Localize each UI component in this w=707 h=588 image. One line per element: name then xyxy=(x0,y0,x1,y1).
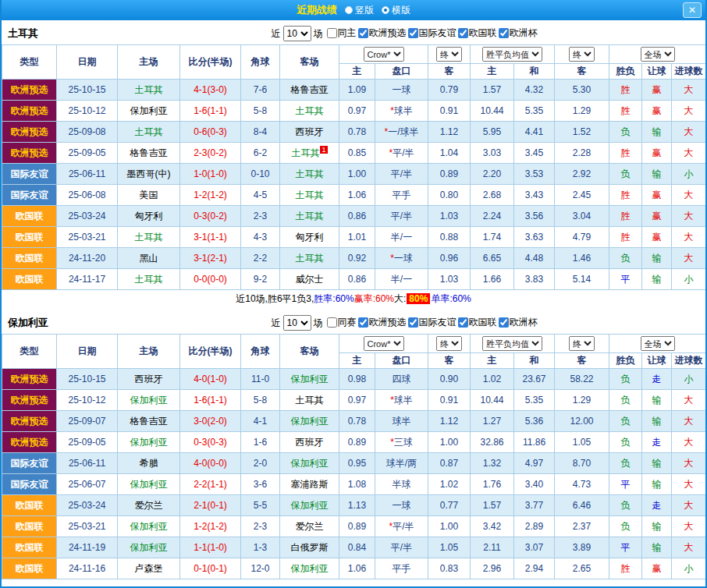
matches-table: 类型 日期 主场 比分(半场) 角球 客场 Crow* 终 胜平负均值 终 全场… xyxy=(2,44,706,290)
checkbox-input[interactable] xyxy=(499,317,509,328)
eu-away-odds: 2.28 xyxy=(555,143,609,164)
score: 3-0(2-0) xyxy=(180,411,241,432)
score: 1-6(1-1) xyxy=(180,101,241,122)
eu-away-odds: 1.29 xyxy=(555,390,609,411)
home-odds: 1.06 xyxy=(339,558,375,579)
checkbox-input[interactable] xyxy=(408,317,418,328)
checkbox-input[interactable] xyxy=(358,317,368,328)
layout-radio-option[interactable]: 横版 xyxy=(382,4,410,17)
filter-checkbox-1[interactable]: 欧洲预选 xyxy=(358,316,407,329)
home-team: 保加利亚 xyxy=(118,516,180,537)
checkbox-input[interactable] xyxy=(458,317,468,328)
filter-checkboxes: 同赛欧洲预选国际友谊欧国联欧洲杯 xyxy=(325,316,538,330)
filter-checkboxes: 同主欧洲预选国际友谊欧国联欧洲杯 xyxy=(325,27,538,41)
company-select[interactable]: Crow* xyxy=(364,336,404,351)
checkbox-input[interactable] xyxy=(327,28,337,38)
final-odds-select[interactable]: 终 xyxy=(436,47,462,62)
filter-checkbox-0[interactable]: 同赛 xyxy=(327,316,357,329)
checkbox-input[interactable] xyxy=(327,317,337,328)
avg-select[interactable]: 胜平负均值 xyxy=(482,336,542,351)
red-card-badge: 1 xyxy=(320,146,327,154)
eu-home-odds: 6.65 xyxy=(471,248,514,269)
scope-select[interactable]: 全场 xyxy=(641,336,675,351)
away-team: 土耳其 xyxy=(280,164,339,185)
checkbox-input[interactable] xyxy=(358,28,368,38)
filter-checkbox-2[interactable]: 国际友谊 xyxy=(408,316,457,329)
final-eu-select[interactable]: 终 xyxy=(569,336,595,351)
close-icon[interactable]: ✕ xyxy=(683,2,702,18)
titlebar: 近期战绩 竖版横版 ✕ xyxy=(2,0,705,20)
summary-segment: 近10场,胜6平1负3, xyxy=(236,292,314,306)
home-team: 保加利亚 xyxy=(118,101,180,122)
col-eu-away: 客 xyxy=(555,353,609,369)
score: 0-0(0-0) xyxy=(180,269,241,290)
match-row: 欧洲预选25-09-07格鲁吉亚3-0(2-0)4-1保加利亚0.78球半1.1… xyxy=(2,411,706,432)
final-odds-select[interactable]: 终 xyxy=(436,336,462,351)
away-team: 土耳其1 xyxy=(280,143,339,164)
eu-draw-odds: 23.67 xyxy=(514,369,555,390)
league-type: 欧洲预选 xyxy=(2,411,57,432)
match-date: 25-06-07 xyxy=(57,474,118,495)
away-give-star: * xyxy=(389,147,393,158)
eu-home-odds: 32.86 xyxy=(471,432,514,453)
match-date: 25-03-21 xyxy=(57,227,118,248)
checkbox-input[interactable] xyxy=(499,28,509,38)
filter-checkbox-2[interactable]: 国际友谊 xyxy=(408,27,457,40)
filter-checkbox-3[interactable]: 欧国联 xyxy=(458,27,497,40)
final-eu-select[interactable]: 终 xyxy=(569,47,595,62)
result: 负 xyxy=(609,248,642,269)
eu-away-odds: 1.52 xyxy=(555,122,609,143)
summary-segment: 大: xyxy=(394,292,406,306)
away-team: 土耳其 xyxy=(280,390,339,411)
handicap-result: 输 xyxy=(642,516,672,537)
filter-checkbox-3[interactable]: 欧国联 xyxy=(458,316,497,329)
eu-home-odds: 1.74 xyxy=(471,227,514,248)
filter-checkbox-4[interactable]: 欧洲杯 xyxy=(499,27,538,40)
away-odds: 1.03 xyxy=(428,269,471,290)
filter-checkbox-4[interactable]: 欧洲杯 xyxy=(499,316,538,329)
section-bar: 保加利亚 近 10 场 同赛欧洲预选国际友谊欧国联欧洲杯 xyxy=(2,312,705,334)
league-type: 欧国联 xyxy=(2,227,57,248)
checkbox-input[interactable] xyxy=(458,28,468,38)
recent-count-select[interactable]: 10 xyxy=(283,315,311,331)
col-away-odds: 客 xyxy=(428,353,471,369)
corners: 1-6 xyxy=(241,432,280,453)
matches-table: 类型 日期 主场 比分(半场) 角球 客场 Crow* 终 胜平负均值 终 全场… xyxy=(2,334,706,579)
scope-select[interactable]: 全场 xyxy=(641,47,675,62)
home-odds: 0.98 xyxy=(339,369,375,390)
score: 1-1(1-0) xyxy=(180,537,241,558)
filter-checkbox-1[interactable]: 欧洲预选 xyxy=(358,27,407,40)
home-team: 墨西哥(中) xyxy=(118,164,180,185)
handicap-result: 赢 xyxy=(642,80,672,101)
eu-draw-odds: 5.35 xyxy=(514,101,555,122)
away-odds: 1.12 xyxy=(428,122,471,143)
filter-checkbox-0[interactable]: 同主 xyxy=(327,27,357,40)
away-team: 保加利亚 xyxy=(280,411,339,432)
col-result: 胜负 xyxy=(609,64,642,80)
handicap-line: 球半 xyxy=(375,411,428,432)
radio-icon xyxy=(382,6,389,14)
match-row: 国际友谊25-06-11墨西哥(中)1-0(1-0)0-10土耳其1.00平/半… xyxy=(2,164,706,185)
radio-label: 竖版 xyxy=(355,4,374,17)
away-team: 威尔士 xyxy=(280,269,339,290)
home-odds: 1.01 xyxy=(339,227,375,248)
checkbox-input[interactable] xyxy=(408,28,418,38)
match-date: 25-10-12 xyxy=(57,101,118,122)
checkbox-label: 欧国联 xyxy=(469,316,497,329)
summary-segment: 单率:60% xyxy=(431,292,471,306)
checkbox-label: 同主 xyxy=(338,27,357,40)
away-team: 西班牙 xyxy=(280,432,339,453)
layout-radio-option[interactable]: 竖版 xyxy=(345,4,374,17)
match-row: 欧洲预选25-10-12保加利亚1-6(1-1)5-8土耳其0.97*球半0.9… xyxy=(2,390,706,411)
match-row: 欧洲预选25-09-08土耳其0-6(0-3)8-4西班牙0.78*一/球半1.… xyxy=(2,122,706,143)
match-date: 25-03-24 xyxy=(57,206,118,227)
match-date: 25-06-11 xyxy=(57,453,118,474)
home-team: 匈牙利 xyxy=(118,206,180,227)
recent-count-select[interactable]: 10 xyxy=(283,26,311,41)
score: 3-1(2-1) xyxy=(180,248,241,269)
col-result: 胜负 xyxy=(609,353,642,369)
company-select[interactable]: Crow* xyxy=(364,47,404,62)
result: 负 xyxy=(609,432,642,453)
avg-select[interactable]: 胜平负均值 xyxy=(482,47,542,62)
away-team: 土耳其 xyxy=(280,206,339,227)
